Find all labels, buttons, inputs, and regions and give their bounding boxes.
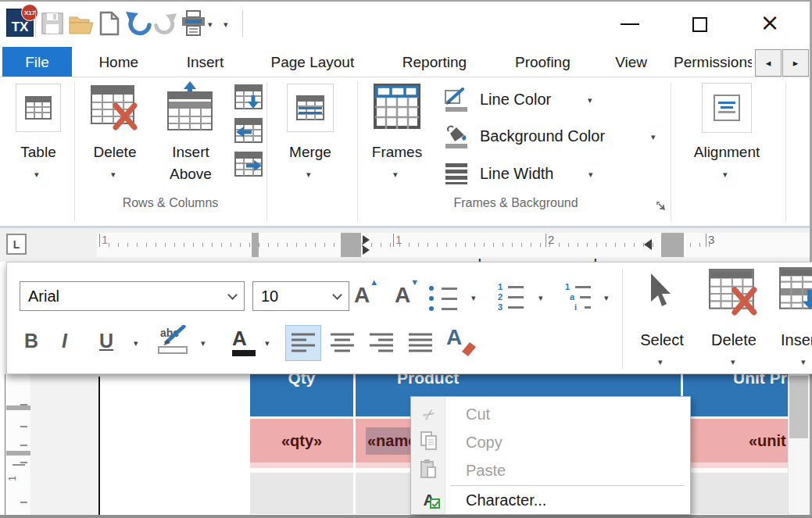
minimize-button[interactable] <box>612 9 648 40</box>
line-color-label[interactable]: Line Color <box>480 91 551 109</box>
line-width-label[interactable]: Line Width <box>480 165 554 183</box>
multilevel-list-button[interactable]: 1 a i <box>565 283 591 313</box>
tab-insert[interactable]: Insert <box>166 47 245 77</box>
align-justify-button[interactable] <box>402 325 438 361</box>
tab-proofing[interactable]: Proofing <box>497 47 589 77</box>
align-left-button[interactable] <box>285 325 321 361</box>
vruler-row-marker[interactable] <box>6 451 30 455</box>
vertical-ruler[interactable]: 1 <box>6 374 30 516</box>
toolbar-insert-button[interactable]: Insert ▾ <box>773 267 812 369</box>
alignment-button[interactable] <box>702 83 752 133</box>
merge-button-label[interactable]: Merge <box>275 144 345 161</box>
frames-button-label[interactable]: Frames <box>362 144 432 161</box>
insert-above-label-1[interactable]: Insert <box>158 144 224 161</box>
background-color-label[interactable]: Background Color <box>480 127 605 145</box>
font-name-combobox[interactable]: Arial <box>20 281 245 311</box>
app-logo-icon[interactable]: TX X17 <box>6 9 34 37</box>
close-button[interactable]: × <box>752 7 788 38</box>
alignment-dropdown-caret[interactable]: ▾ <box>723 170 728 179</box>
save-icon[interactable] <box>41 12 64 38</box>
table-dropdown-caret[interactable]: ▾ <box>34 170 39 179</box>
insert-right-button[interactable] <box>234 152 263 180</box>
tab-scroll-left-button[interactable]: ◂ <box>755 49 782 77</box>
highlight-button[interactable]: abc <box>157 325 195 356</box>
redo-icon[interactable] <box>154 13 177 39</box>
shrink-font-button[interactable]: A ▼ <box>395 284 410 306</box>
insert-below-button[interactable] <box>234 84 263 113</box>
horizontal-ruler[interactable]: 1 1 2 3 L L <box>97 233 812 257</box>
vruler-row-marker[interactable] <box>6 405 30 410</box>
insert-above-label-2[interactable]: Above <box>158 166 224 183</box>
tab-page-layout[interactable]: Page Layout <box>252 47 372 77</box>
scrollbar-thumb[interactable] <box>789 376 808 438</box>
table-cell-unit-price-field[interactable]: «unit price» <box>683 419 788 463</box>
undo-icon[interactable] <box>125 11 152 40</box>
insert-left-button[interactable] <box>234 118 263 147</box>
select-caret[interactable]: ▾ <box>658 358 663 366</box>
ruler-column-marker[interactable] <box>252 233 259 257</box>
italic-button[interactable]: I <box>62 331 67 351</box>
background-color-caret[interactable]: ▾ <box>651 133 656 141</box>
numbered-list-caret[interactable]: ▾ <box>538 294 543 302</box>
toolbar-delete-button[interactable]: Delete ▾ <box>703 267 765 369</box>
select-button[interactable]: Select ▾ <box>632 270 692 369</box>
ruler-column-marker[interactable] <box>341 233 361 257</box>
font-color-button[interactable]: A <box>232 328 256 356</box>
chevron-down-icon[interactable] <box>332 290 342 300</box>
align-center-button[interactable] <box>324 325 360 361</box>
new-document-icon[interactable] <box>99 11 120 39</box>
tab-home[interactable]: Home <box>80 47 158 77</box>
frames-button[interactable] <box>374 84 420 132</box>
table-button-label[interactable]: Table <box>7 144 70 161</box>
tab-permissions[interactable]: Permissions <box>674 47 752 77</box>
menu-item-character[interactable]: A Character... <box>411 486 690 514</box>
multilevel-list-caret[interactable]: ▾ <box>604 294 609 302</box>
qat-customize-caret[interactable]: ▾ <box>224 20 228 29</box>
table-cell-empty[interactable] <box>250 473 353 514</box>
tab-reporting[interactable]: Reporting <box>380 47 488 77</box>
open-icon[interactable] <box>69 15 95 38</box>
bullet-list-button[interactable] <box>429 284 457 315</box>
bullet-list-caret[interactable]: ▾ <box>471 294 476 302</box>
toolbar-delete-caret[interactable]: ▾ <box>731 358 735 366</box>
tab-selector-box[interactable]: L <box>6 234 27 255</box>
merge-button[interactable] <box>287 84 334 132</box>
right-indent-marker[interactable] <box>644 239 652 250</box>
left-indent-marker[interactable] <box>363 245 370 255</box>
insert-above-button[interactable] <box>166 81 214 134</box>
merge-dropdown-caret[interactable]: ▾ <box>306 170 311 179</box>
table-header-unit-price[interactable]: Unit Price <box>683 374 788 416</box>
dialog-launcher-icon[interactable] <box>656 201 667 215</box>
highlight-caret[interactable]: ▾ <box>201 339 206 348</box>
align-right-button[interactable] <box>363 325 399 361</box>
table-header-qty[interactable]: Qty <box>250 374 353 416</box>
menu-item-paste[interactable]: Paste <box>411 456 690 484</box>
ruler-column-marker[interactable] <box>661 233 684 257</box>
delete-button[interactable] <box>91 85 139 134</box>
tab-scroll-right-button[interactable]: ▸ <box>782 49 809 77</box>
font-color-caret[interactable]: ▾ <box>265 339 270 348</box>
line-width-caret[interactable]: ▾ <box>588 170 593 179</box>
menu-item-copy[interactable]: Copy <box>411 428 690 456</box>
line-color-caret[interactable]: ▾ <box>588 96 592 105</box>
table-cell-qty-field[interactable]: «qty» <box>250 419 353 463</box>
delete-dropdown-caret[interactable]: ▾ <box>111 170 116 179</box>
numbered-list-button[interactable]: 1 2 3 <box>498 283 524 313</box>
underline-button[interactable]: U <box>99 331 113 351</box>
menu-item-cut[interactable]: ✂ Cut <box>411 400 690 428</box>
print-dropdown-caret[interactable]: ▾ <box>208 20 213 29</box>
frames-dropdown-caret[interactable]: ▾ <box>393 170 398 179</box>
underline-caret[interactable]: ▾ <box>134 339 138 348</box>
bold-button[interactable]: B <box>24 331 38 351</box>
tab-file[interactable]: File <box>2 47 72 77</box>
print-icon[interactable] <box>181 10 206 40</box>
alignment-button-label[interactable]: Alignment <box>680 144 774 161</box>
font-size-combobox[interactable]: 10 <box>252 281 349 311</box>
grow-font-button[interactable]: A ▲ <box>354 284 370 306</box>
tab-view[interactable]: View <box>596 47 666 77</box>
table-cell-empty[interactable] <box>683 473 788 514</box>
toolbar-insert-caret[interactable]: ▾ <box>801 358 806 366</box>
chevron-down-icon[interactable] <box>227 290 238 300</box>
delete-button-label[interactable]: Delete <box>83 144 147 161</box>
format-styles-button[interactable]: A <box>446 327 481 361</box>
